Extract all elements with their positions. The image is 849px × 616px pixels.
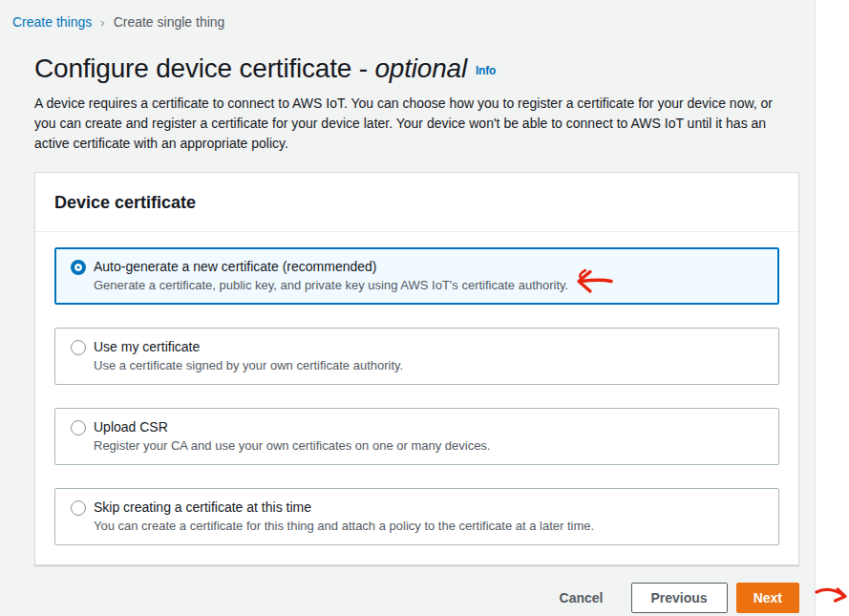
- cancel-button[interactable]: Cancel: [560, 590, 604, 605]
- radio-option-use-my-certificate[interactable]: Use my certificate Use a certificate sig…: [54, 328, 779, 385]
- option-title: Skip creating a certificate at this time: [94, 498, 594, 517]
- breadcrumb-current-page: Create single thing: [114, 14, 225, 30]
- chevron-right-icon: ›: [100, 16, 104, 29]
- option-description: Use a certificate signed by your own cer…: [94, 357, 403, 374]
- device-certificate-card: Device certificate Auto-generate a new c…: [34, 172, 799, 565]
- option-title: Upload CSR: [94, 417, 491, 436]
- card-body: Auto-generate a new certificate (recomme…: [35, 232, 798, 564]
- right-gutter: [815, 0, 849, 616]
- card-title: Device certificate: [54, 193, 779, 213]
- breadcrumb-link-create-things[interactable]: Create things: [12, 14, 92, 30]
- page-title-optional: optional: [374, 53, 466, 83]
- wizard-footer: Cancel Previous Next: [34, 583, 799, 613]
- page-title-main: Configure device certificate -: [34, 53, 368, 83]
- option-text: Upload CSR Register your CA and use your…: [94, 417, 491, 455]
- radio-unchecked-icon[interactable]: [71, 500, 86, 516]
- option-title: Auto-generate a new certificate (recomme…: [94, 257, 568, 276]
- next-button[interactable]: Next: [736, 583, 799, 613]
- option-text: Use my certificate Use a certificate sig…: [94, 337, 403, 374]
- page-title: Configure device certificate - optionalI…: [34, 53, 815, 87]
- radio-option-auto-generate[interactable]: Auto-generate a new certificate (recomme…: [54, 247, 779, 305]
- option-text: Auto-generate a new certificate (recomme…: [94, 257, 568, 294]
- info-link[interactable]: Info: [476, 64, 496, 77]
- previous-button[interactable]: Previous: [631, 583, 728, 613]
- option-description: Generate a certificate, public key, and …: [94, 277, 568, 294]
- radio-unchecked-icon[interactable]: [71, 340, 86, 355]
- radio-option-upload-csr[interactable]: Upload CSR Register your CA and use your…: [54, 408, 779, 465]
- radio-checked-icon[interactable]: [71, 260, 86, 275]
- option-description: You can create a certificate for this th…: [94, 518, 594, 535]
- option-title: Use my certificate: [94, 337, 403, 356]
- breadcrumb: Create things › Create single thing: [0, 0, 815, 30]
- option-description: Register your CA and use your own certif…: [94, 437, 491, 455]
- page-background: Create things › Create single thing Conf…: [0, 0, 815, 616]
- page-description: A device requires a certificate to conne…: [34, 94, 794, 154]
- radio-option-skip-certificate[interactable]: Skip creating a certificate at this time…: [54, 488, 779, 545]
- radio-unchecked-icon[interactable]: [71, 420, 86, 435]
- option-text: Skip creating a certificate at this time…: [94, 498, 594, 535]
- card-header: Device certificate: [35, 173, 798, 232]
